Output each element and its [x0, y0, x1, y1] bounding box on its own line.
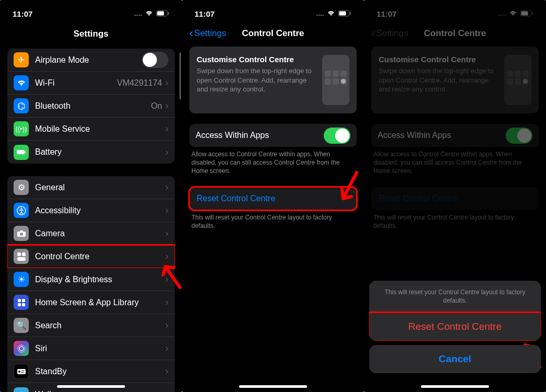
chevron-icon: › — [165, 123, 168, 134]
chevron-icon: › — [165, 77, 168, 88]
phone-illustration — [322, 55, 349, 105]
status-bar: 11:07 .... — [0, 0, 182, 24]
gear-icon: ⚙ — [14, 180, 29, 195]
svg-rect-11 — [22, 252, 26, 256]
camera-row[interactable]: Camera › — [7, 222, 175, 245]
bluetooth-row[interactable]: ⌬ Bluetooth On › — [7, 95, 175, 118]
home-indicator[interactable] — [239, 385, 307, 388]
airplane-icon: ✈ — [14, 52, 29, 67]
reset-control-centre-button[interactable]: Reset Control Centre — [189, 187, 357, 210]
svg-rect-4 — [25, 151, 26, 153]
standby-row[interactable]: StandBy › — [7, 360, 175, 383]
home-screen-row[interactable]: Home Screen & App Library › — [7, 291, 175, 314]
battery-row[interactable]: Battery › — [7, 141, 175, 164]
mobile-label: Mobile Service — [35, 124, 165, 134]
chevron-icon: › — [165, 228, 168, 239]
bluetooth-value: On — [151, 101, 162, 111]
reset-footer: This will reset your Control Centre layo… — [364, 210, 546, 230]
access-section: Access Within Apps — [189, 124, 357, 147]
chevron-icon: › — [165, 389, 168, 393]
reset-footer: This will reset your Control Centre layo… — [182, 210, 364, 230]
svg-rect-1 — [157, 11, 164, 16]
display-row[interactable]: ☀ Display & Brightness › — [7, 268, 175, 291]
svg-rect-25 — [350, 12, 351, 15]
svg-rect-8 — [20, 230, 23, 232]
page-title: Control Centre — [424, 28, 486, 39]
customise-banner: Customise Control Centre Swipe down from… — [371, 47, 539, 113]
wallpaper-icon: ❄ — [14, 387, 29, 393]
wifi-label: Wi-Fi — [35, 78, 117, 88]
svg-rect-27 — [521, 11, 528, 16]
svg-rect-21 — [21, 371, 25, 371]
siri-icon — [14, 341, 29, 356]
siri-row[interactable]: Siri › — [7, 337, 175, 360]
accessibility-icon — [14, 203, 29, 218]
svg-point-17 — [18, 345, 25, 352]
search-row[interactable]: 🔍 Search › — [7, 314, 175, 337]
airplane-toggle[interactable] — [142, 52, 168, 68]
svg-rect-10 — [17, 252, 21, 256]
back-button[interactable]: ‹ Settings — [189, 28, 226, 39]
svg-rect-22 — [21, 372, 24, 373]
wifi-row[interactable]: Wi-Fi VM4291174 › — [7, 72, 175, 95]
banner-desc: Swipe down from the top-right edge to op… — [379, 66, 498, 94]
bluetooth-icon: ⌬ — [14, 98, 29, 113]
svg-rect-14 — [22, 299, 25, 302]
svg-rect-2 — [168, 12, 169, 15]
cancel-button[interactable]: Cancel — [369, 345, 541, 373]
antenna-icon: ((•)) — [14, 121, 29, 136]
action-sheet: This will reset your Control Centre layo… — [364, 281, 546, 392]
svg-rect-28 — [532, 12, 533, 15]
svg-rect-15 — [18, 303, 21, 306]
svg-point-18 — [19, 347, 24, 351]
battery-icon — [156, 9, 169, 18]
home-indicator[interactable] — [57, 385, 125, 388]
brightness-icon: ☀ — [14, 272, 29, 287]
customise-banner[interactable]: Customise Control Centre Swipe down from… — [189, 47, 357, 113]
scrollbar[interactable] — [179, 52, 181, 99]
svg-rect-24 — [339, 11, 346, 16]
nav-header: ‹ Settings Control Centre — [364, 24, 546, 47]
camera-icon — [14, 226, 29, 241]
access-toggle[interactable] — [324, 128, 350, 144]
airplane-label: Airplane Mode — [35, 55, 142, 65]
clock: 11:07 — [377, 9, 396, 18]
screenshot-1: 11:07 .... Settings ✈ Airplane Mode Wi-F… — [0, 0, 182, 392]
svg-point-20 — [18, 371, 20, 373]
screenshot-3: 11:07 .... ‹ Settings Control Centre Cus… — [364, 0, 546, 392]
control-centre-icon — [14, 249, 29, 264]
svg-rect-16 — [22, 303, 25, 306]
nav-header: ‹ Settings Control Centre — [182, 24, 364, 47]
chevron-icon: › — [165, 320, 168, 331]
chevron-icon: › — [165, 343, 168, 354]
mobile-service-row[interactable]: ((•)) Mobile Service › — [7, 118, 175, 141]
svg-point-6 — [20, 207, 22, 209]
phone-illustration — [504, 55, 531, 105]
battery-icon — [14, 145, 29, 160]
status-icons: .... — [498, 9, 533, 18]
wifi-icon — [509, 9, 517, 18]
search-icon: 🔍 — [14, 318, 29, 333]
svg-rect-12 — [17, 257, 26, 261]
banner-desc: Swipe down from the top-right edge to op… — [197, 66, 316, 94]
access-toggle — [506, 128, 532, 144]
chevron-icon: › — [165, 297, 168, 308]
control-centre-row[interactable]: Control Centre › — [7, 245, 175, 268]
general-row[interactable]: ⚙ General › — [7, 176, 175, 199]
chevron-back-icon: ‹ — [189, 28, 193, 39]
chevron-icon: › — [165, 147, 168, 158]
accessibility-row[interactable]: Accessibility › — [7, 199, 175, 222]
screenshot-2: 11:07 .... ‹ Settings Control Centre Cus… — [182, 0, 364, 392]
sheet-message: This will reset your Control Centre layo… — [369, 281, 541, 313]
airplane-mode-row[interactable]: ✈ Airplane Mode — [7, 49, 175, 72]
page-title: Settings — [0, 24, 182, 49]
battery-icon — [520, 9, 533, 18]
status-icons: .... — [134, 9, 169, 18]
settings-group-2: ⚙ General › Accessibility › Camera › Con… — [7, 176, 175, 392]
access-within-apps-row[interactable]: Access Within Apps — [189, 124, 357, 147]
reset-confirm-button[interactable]: Reset Control Centre — [369, 313, 541, 341]
back-button[interactable]: ‹ Settings — [371, 28, 408, 39]
battery-icon — [338, 9, 351, 18]
chevron-icon: › — [165, 205, 168, 216]
standby-icon — [14, 364, 29, 379]
